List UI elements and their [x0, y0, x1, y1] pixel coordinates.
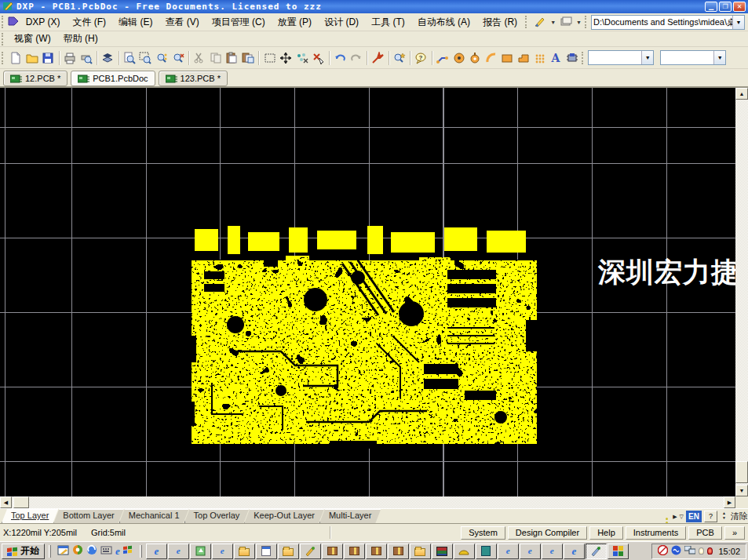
toolbar-grip[interactable]	[2, 52, 5, 64]
clear-label[interactable]: 清除	[731, 511, 748, 522]
minimize-button[interactable]: ▁	[705, 2, 717, 12]
layer-tab-top[interactable]: Top Layer	[2, 509, 58, 523]
undo-button[interactable]	[332, 49, 348, 67]
layer-tab-mechanical1[interactable]: Mechanical 1	[119, 509, 189, 523]
redo-button[interactable]	[348, 49, 364, 67]
task-button-folder[interactable]	[410, 544, 431, 559]
menu-tools[interactable]: 工具 (T)	[365, 14, 411, 31]
move-selection-button[interactable]	[278, 49, 294, 67]
task-button-package[interactable]	[366, 544, 387, 559]
vertical-scrollbar[interactable]: ▲ ▼	[735, 88, 748, 496]
measure-tool-button[interactable]	[531, 13, 549, 31]
doc-tab-12pcb[interactable]: 12.PCB *	[3, 71, 68, 86]
scroll-down-button[interactable]: ▼	[735, 485, 748, 496]
messenger-icon[interactable]	[86, 544, 97, 558]
menu-edit[interactable]: 编辑 (E)	[112, 14, 159, 31]
scroll-right-button[interactable]: ▶	[724, 496, 735, 508]
panel-button-design-compiler[interactable]: Design Compiler	[508, 526, 587, 540]
start-button[interactable]: 开始	[2, 544, 45, 559]
panel-button-instruments[interactable]: Instruments	[626, 526, 686, 540]
place-arc-button[interactable]	[483, 49, 500, 67]
place-component-button[interactable]	[564, 49, 581, 67]
save-document-button[interactable]	[40, 49, 57, 67]
menu-reports[interactable]: 报告 (R)	[476, 14, 524, 31]
clear-selection-button[interactable]	[310, 49, 327, 67]
play-icon[interactable]: ▶	[673, 514, 677, 520]
doc-tab-pcb1[interactable]: PCB1.PcbDoc	[71, 71, 155, 86]
print-button[interactable]	[62, 49, 78, 67]
interactive-routing-button[interactable]	[435, 49, 451, 67]
scroll-left-button[interactable]: ◀	[0, 496, 12, 508]
task-button-books[interactable]	[432, 544, 453, 559]
task-button-folder-open[interactable]	[278, 544, 299, 559]
pcb-editor-canvas[interactable]: 深圳宏力捷	[0, 88, 735, 496]
task-button-package[interactable]	[322, 544, 343, 559]
horizontal-scroll-thumb[interactable]	[13, 496, 29, 508]
language-indicator[interactable]: EN	[686, 511, 702, 522]
zoom-selection-button[interactable]	[170, 49, 186, 67]
layer-tab-keepout[interactable]: Keep-Out Layer	[244, 509, 324, 523]
taskbar-grip[interactable]	[49, 545, 51, 558]
panel-button-more[interactable]: »	[724, 526, 745, 540]
address-value[interactable]: D:\Documents and Settings\midea\桌面	[592, 16, 732, 28]
address-dropdown-icon[interactable]: ▼	[732, 16, 744, 29]
horizontal-scrollbar[interactable]: ◀ ▶	[0, 496, 735, 508]
windows-update-icon[interactable]	[123, 545, 133, 558]
select-area-button[interactable]	[261, 49, 278, 67]
menu-autoroute[interactable]: 自动布线 (A)	[411, 14, 476, 31]
menu-view[interactable]: 查看 (V)	[159, 14, 205, 31]
task-button-ie-doc[interactable]: e	[564, 544, 585, 559]
task-button-ie[interactable]: e	[146, 544, 167, 559]
place-string-button[interactable]: A	[548, 49, 564, 67]
task-button-notepad[interactable]	[256, 544, 277, 559]
task-button-ie-doc[interactable]: e	[498, 544, 519, 559]
report-tool-button[interactable]	[557, 13, 575, 31]
address-combo[interactable]: D:\Documents and Settings\midea\桌面 ▼	[591, 15, 745, 30]
task-button-dxp[interactable]	[608, 544, 629, 559]
alarm-bulb-tray-icon[interactable]	[707, 547, 713, 555]
toolbar-grip[interactable]	[525, 16, 528, 28]
menu-window[interactable]: 视窗 (W)	[8, 31, 57, 47]
net-combo-dropdown-icon[interactable]: ▼	[641, 51, 653, 64]
menu-design[interactable]: 设计 (D)	[318, 14, 365, 31]
place-fill-button[interactable]	[499, 49, 516, 67]
close-button[interactable]: ✕	[733, 2, 746, 12]
layer-combo-dropdown-icon[interactable]: ▼	[713, 51, 725, 64]
internet-explorer-icon[interactable]: e	[115, 546, 120, 556]
layer-tab-top-overlay[interactable]: Top Overlay	[184, 509, 250, 523]
menu-project[interactable]: 项目管理 (C)	[206, 14, 272, 31]
panel-button-pcb[interactable]: PCB	[688, 526, 722, 540]
menu-file[interactable]: 文件 (F)	[66, 14, 112, 31]
task-button-ie-doc[interactable]: e	[212, 544, 233, 559]
task-button-paint[interactable]	[300, 544, 321, 559]
task-button-folder[interactable]	[234, 544, 255, 559]
zoom-point-button[interactable]	[154, 49, 170, 67]
task-button-ie-doc[interactable]: e	[520, 544, 541, 559]
menu-dxp[interactable]: DXP (X)	[20, 15, 67, 29]
place-polygon-button[interactable]	[516, 49, 532, 67]
place-pad-button[interactable]	[451, 49, 467, 67]
menu-place[interactable]: 放置 (P)	[272, 14, 318, 31]
input-tool-icon[interactable]	[100, 545, 112, 557]
ime-bulb-tray-icon[interactable]	[699, 547, 704, 555]
paste-array-button[interactable]	[240, 49, 257, 67]
cut-button[interactable]	[192, 49, 208, 67]
snap-dots-icon[interactable]	[666, 518, 668, 520]
copy-button[interactable]	[208, 49, 224, 67]
ime-options-button[interactable]: ▲▼	[720, 511, 728, 522]
zoom-document-button[interactable]	[121, 49, 137, 67]
paste-button[interactable]	[224, 49, 240, 67]
panel-button-help[interactable]: Help	[589, 526, 623, 540]
volume-wave-tray-icon[interactable]	[671, 545, 681, 558]
measure-dropdown-icon[interactable]: ▼	[549, 20, 557, 25]
toolbar-grip[interactable]	[2, 33, 5, 45]
doc-tab-123pcb[interactable]: 123.PCB *	[159, 71, 228, 86]
wand-button[interactable]	[370, 49, 386, 67]
zoom-area-button[interactable]	[137, 49, 154, 67]
task-button-tools[interactable]	[454, 544, 475, 559]
help-balloon-button[interactable]: ?	[413, 49, 429, 67]
task-button-ie-doc[interactable]: e	[542, 544, 563, 559]
antivirus-tray-icon[interactable]	[658, 545, 668, 558]
layer-tab-bottom[interactable]: Bottom Layer	[53, 509, 123, 523]
report-dropdown-icon[interactable]: ▼	[575, 20, 583, 25]
